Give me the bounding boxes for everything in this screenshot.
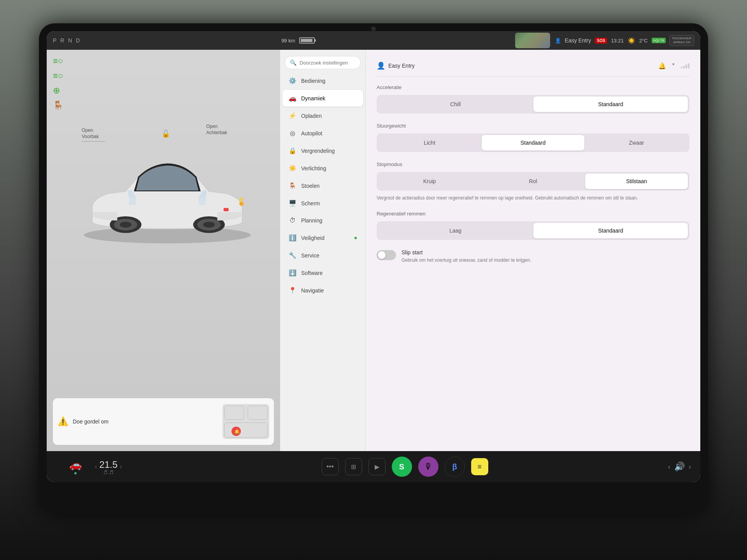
chill-button[interactable]: Chill — [378, 96, 533, 112]
profile-name: Easy Entry — [388, 63, 415, 69]
planning-icon: ⏱ — [289, 217, 296, 224]
vergrendeling-label: Vergrendeling — [301, 148, 335, 154]
profile-bar: 👤 Easy Entry 🔔 * — [377, 58, 689, 77]
volume-next-icon[interactable]: › — [689, 463, 691, 471]
navigatie-label: Navigatie — [301, 287, 324, 294]
kruip-button[interactable]: Kruip — [378, 173, 481, 189]
dynamiek-label: Dynamiek — [301, 95, 325, 102]
acceleratie-section: Acceleratie Chill Standaard — [377, 84, 689, 114]
sidebar-item-bediening[interactable]: ⚙️ Bediening — [282, 72, 363, 89]
opladen-icon: ⚡ — [289, 112, 296, 119]
left-icons: ≡○ ≡○ ⊕ 🪑 — [53, 56, 63, 110]
sidebar-item-vergrendeling[interactable]: 🔒 Vergrendeling — [282, 142, 363, 159]
slip-start-label: Slip start — [402, 249, 689, 256]
standaard-regen-button[interactable]: Standaard — [533, 223, 688, 238]
seat-icon: 🪑 — [53, 100, 63, 110]
sidebar-item-service[interactable]: 🔧 Service — [282, 247, 363, 264]
prnd-indicator: P R N D — [53, 37, 81, 44]
sidebar-item-dynamiek[interactable]: 🚗 Dynamiek — [282, 90, 363, 107]
zwaar-button[interactable]: Zwaar — [585, 135, 688, 150]
sidebar-item-verlichting[interactable]: ☀️ Verlichting — [282, 160, 363, 177]
regeneratief-section: Regeneratief remmen Laag Standaard — [377, 211, 689, 240]
battery-bar — [299, 37, 315, 44]
navigatie-icon: 📍 — [289, 287, 296, 294]
hazard-icon[interactable]: ⊕ — [53, 86, 63, 96]
clock: 13:21 — [611, 38, 624, 44]
main-screen: P R N D 99 km 👤 Easy Entry SOS 13:21 ☀️ … — [47, 31, 700, 482]
foglights-icon[interactable]: ≡○ — [53, 71, 63, 81]
svg-text:🔔: 🔔 — [234, 429, 240, 434]
volume-icon[interactable]: 🔊 — [674, 462, 685, 472]
autopilot-icon: ◎ — [289, 130, 296, 137]
more-button[interactable]: ••• — [322, 458, 339, 475]
battery-km: 99 km — [281, 38, 295, 44]
stilstaan-button[interactable]: Stilstaan — [585, 173, 688, 189]
stopmodus-description: Vergroot de actieradius door meer regene… — [377, 194, 689, 201]
search-icon: 🔍 — [290, 60, 296, 66]
stuurgewicht-title: Stuurgewicht — [377, 123, 689, 129]
seat-diagram: 🔔 — [223, 404, 269, 439]
software-label: Software — [301, 270, 323, 276]
vergrendeling-icon: 🔒 — [289, 147, 296, 154]
slip-start-description: Gebruik om het voertuig uit sneeuw, zand… — [402, 257, 689, 264]
taskbar: 🚗 ‹ 21.5 🎵 🎵 › ••• ⊞ ▶ — [47, 451, 700, 482]
lock-icon[interactable]: 🔓 — [161, 130, 170, 138]
opladen-label: Opladen — [301, 113, 322, 119]
car-visualization: ⚡ — [66, 139, 268, 256]
sidebar-item-planning[interactable]: ⏱ Planning — [282, 212, 363, 229]
temp-down-arrow[interactable]: ‹ — [95, 463, 97, 470]
standaard-stuur-button[interactable]: Standaard — [482, 135, 584, 150]
rol-button[interactable]: Rol — [482, 173, 584, 189]
map-thumbnail[interactable] — [515, 33, 550, 48]
bluetooth-icon-profile[interactable]: * — [672, 62, 675, 70]
toggle-thumb — [378, 251, 386, 259]
left-panel: ≡○ ≡○ ⊕ 🪑 Open Voorbak 🔓 Open Achterbak — [47, 50, 280, 451]
stuurgewicht-button-group: Licht Standaard Zwaar — [377, 133, 689, 152]
laag-button[interactable]: Laag — [378, 223, 533, 238]
play-button[interactable]: ▶ — [368, 458, 386, 475]
menu-items-container: ⚙️ Bediening 🚗 Dynamiek ⚡ Opladen ◎ Auto… — [280, 72, 365, 299]
standaard-accel-button[interactable]: Standaard — [533, 96, 688, 112]
dynamiek-icon: 🚗 — [289, 94, 296, 102]
open-achterbak-label[interactable]: Open Achterbak — [206, 124, 227, 136]
scherm-label: Scherm — [301, 200, 320, 206]
service-icon: 🔧 — [289, 252, 296, 259]
taskbar-car-icon[interactable]: 🚗 — [69, 459, 82, 471]
passenger-airbag: PASSENGERAIRBAG ON — [670, 35, 694, 46]
bediening-label: Bediening — [301, 78, 325, 84]
sidebar-item-autopilot[interactable]: ◎ Autopilot — [282, 125, 363, 142]
seatbelt-warning: ⚠️ Doe gordel om 🔔 — [53, 398, 274, 445]
acceleratie-title: Acceleratie — [377, 84, 689, 90]
veiligheid-label: Veiligheid — [301, 235, 324, 241]
stopmodus-button-group: Kruip Rol Stilstaan — [377, 172, 689, 191]
sidebar-item-scherm[interactable]: 🖥️ Scherm — [282, 195, 363, 212]
sidebar-item-opladen[interactable]: ⚡ Opladen — [282, 107, 363, 124]
stoelen-label: Stoelen — [301, 183, 319, 189]
volume-prev-icon[interactable]: ‹ — [668, 463, 670, 471]
licht-button[interactable]: Licht — [378, 135, 481, 150]
svg-text:⚡: ⚡ — [237, 196, 245, 203]
profile-icon-top: 👤 — [555, 38, 561, 44]
slip-start-section: Slip start Gebruik om het voertuig uit s… — [377, 249, 689, 264]
sidebar-item-stoelen[interactable]: 🪑 Stoelen — [282, 177, 363, 194]
taskbar-car-dot — [74, 472, 77, 474]
spotify-button[interactable]: S — [392, 457, 412, 477]
podcasts-button[interactable]: 🎙 — [418, 457, 438, 477]
veiligheid-dot — [354, 237, 357, 239]
headlights-icon[interactable]: ≡○ — [53, 56, 63, 66]
search-bar[interactable]: 🔍 — [285, 56, 361, 69]
svg-rect-10 — [224, 406, 244, 420]
slip-start-toggle[interactable] — [377, 250, 396, 260]
grid-button[interactable]: ⊞ — [345, 458, 362, 475]
volume-control: ‹ 🔊 › — [668, 462, 691, 472]
notes-button[interactable]: ≡ — [471, 458, 488, 475]
bluetooth-taskbar-button[interactable]: β — [445, 457, 465, 477]
sidebar-item-navigatie[interactable]: 📍 Navigatie — [282, 282, 363, 299]
search-input[interactable] — [300, 60, 356, 66]
signal-bars — [681, 62, 689, 68]
sidebar-item-software[interactable]: ⬇️ Software — [282, 264, 363, 281]
bell-icon[interactable]: 🔔 — [658, 62, 666, 70]
profile-icon: 👤 — [377, 61, 385, 70]
temp-up-arrow[interactable]: › — [120, 463, 122, 470]
sidebar-item-veiligheid[interactable]: ℹ️ Veiligheid — [282, 229, 363, 246]
